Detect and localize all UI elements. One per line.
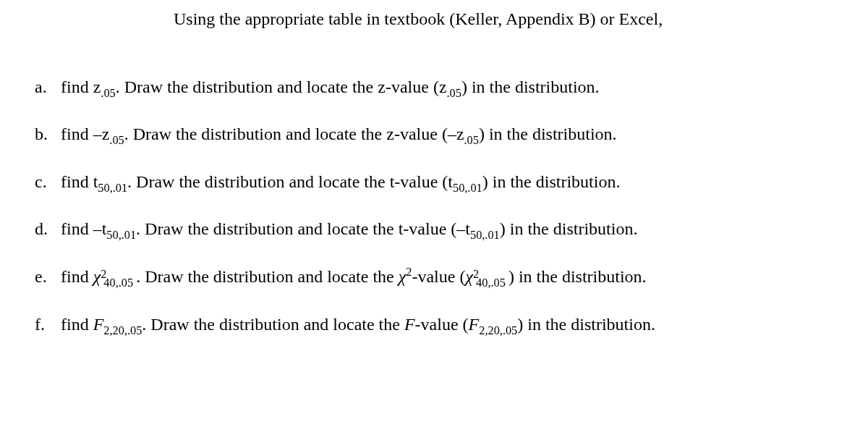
text-c-sub1: 50,.01 xyxy=(98,181,127,195)
list-item-a: a. find z.05. Draw the distribution and … xyxy=(29,75,839,100)
bullet-a: a. xyxy=(29,75,61,100)
text-f-mid1: . Draw the distribution and locate the xyxy=(142,315,404,334)
text-b-sub2: .05 xyxy=(464,133,479,147)
list-item-b: b. find –z.05. Draw the distribution and… xyxy=(29,122,839,147)
text-d-prefix: find –t xyxy=(61,219,106,238)
bullet-c: c. xyxy=(29,170,61,195)
text-e-sub2: 40,.05 xyxy=(476,276,506,289)
item-text-d: find –t50,.01. Draw the distribution and… xyxy=(61,217,839,242)
text-a-mid1: . Draw the distribution and locate the z… xyxy=(116,77,447,96)
text-a-suffix: ) in the distribution. xyxy=(461,77,600,96)
list-item-f: f. find F2,20,.05. Draw the distribution… xyxy=(29,313,839,337)
bullet-b: b. xyxy=(29,122,61,147)
text-f-sub1: 2,20,.05 xyxy=(103,323,142,337)
text-f-prefix: find xyxy=(61,315,93,334)
text-b-mid1: . Draw the distribution and locate the z… xyxy=(124,124,464,143)
text-e-sub1: 40,.05 xyxy=(103,276,133,289)
document-container: Using the appropriate table in textbook … xyxy=(0,0,868,374)
text-c-mid1: . Draw the distribution and locate the t… xyxy=(127,172,453,191)
text-e-chisq: χ xyxy=(399,267,407,286)
text-d-sub2: 50,.01 xyxy=(470,228,500,242)
text-c-suffix: ) in the distribution. xyxy=(482,172,621,191)
text-f-mid2: -value ( xyxy=(415,315,469,334)
text-f-F1: F xyxy=(93,315,104,334)
text-e-chi2: χ xyxy=(465,267,473,286)
text-d-mid1: . Draw the distribution and locate the t… xyxy=(136,219,470,238)
text-f-F2: F xyxy=(469,315,480,334)
text-f-suffix: ) in the distribution. xyxy=(517,315,655,334)
text-e-chi1: χ xyxy=(93,267,101,286)
problem-list: a. find z.05. Draw the distribution and … xyxy=(29,75,839,337)
text-e-suffix: ) in the distribution. xyxy=(509,267,647,286)
list-item-d: d. find –t50,.01. Draw the distribution … xyxy=(29,217,839,242)
text-f-sub2: 2,20,.05 xyxy=(479,323,517,337)
list-item-e: e. find χ240,.05. Draw the distribution … xyxy=(29,265,839,289)
text-a-prefix: find z xyxy=(61,77,101,96)
item-text-c: find t50,.01. Draw the distribution and … xyxy=(61,170,839,195)
bullet-d: d. xyxy=(29,217,61,242)
text-d-sub1: 50,.01 xyxy=(106,228,136,242)
item-text-f: find F2,20,.05. Draw the distribution an… xyxy=(61,313,839,337)
list-item-c: c. find t50,.01. Draw the distribution a… xyxy=(29,170,839,195)
item-text-e: find χ240,.05. Draw the distribution and… xyxy=(61,265,839,289)
text-b-prefix: find –z xyxy=(61,124,109,143)
text-b-sub1: .05 xyxy=(109,133,124,147)
text-f-Fmid: F xyxy=(404,315,415,334)
bullet-f: f. xyxy=(29,313,61,337)
text-b-suffix: ) in the distribution. xyxy=(479,124,617,143)
intro-text: Using the appropriate table in textbook … xyxy=(174,7,839,32)
bullet-e: e. xyxy=(29,265,61,289)
text-e-prefix: find xyxy=(61,267,93,286)
text-c-prefix: find t xyxy=(61,172,98,191)
text-d-suffix: ) in the distribution. xyxy=(500,219,638,238)
item-text-b: find –z.05. Draw the distribution and lo… xyxy=(61,122,839,147)
text-c-sub2: 50,.01 xyxy=(453,181,482,195)
text-a-sub1: .05 xyxy=(101,85,115,99)
item-text-a: find z.05. Draw the distribution and loc… xyxy=(61,75,839,100)
text-e-mid2: -value ( xyxy=(412,267,465,286)
text-e-mid1: . Draw the distribution and locate the xyxy=(136,267,399,286)
text-a-sub2: .05 xyxy=(447,85,461,99)
